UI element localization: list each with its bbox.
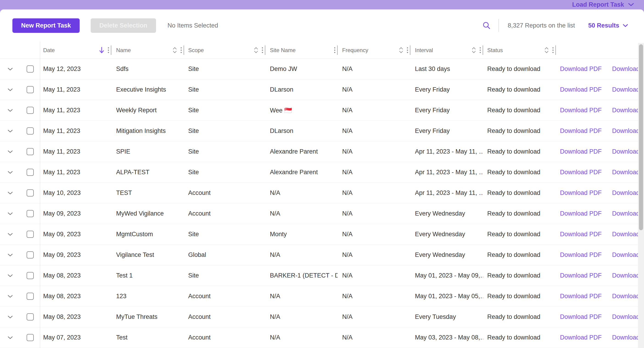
row-checkbox[interactable] <box>26 231 34 238</box>
row-checkbox[interactable] <box>26 293 34 300</box>
sort-button[interactable] <box>398 46 404 54</box>
load-report-task-label: Load Report Task <box>572 1 624 8</box>
column-header-status[interactable]: Status <box>483 42 556 59</box>
cell-name: MgmtCustom <box>111 231 184 238</box>
column-menu-icon[interactable] <box>550 46 556 54</box>
download-second-link[interactable]: Download <box>612 66 638 72</box>
row-checkbox[interactable] <box>26 107 34 114</box>
download-second-link[interactable]: Download <box>612 313 638 320</box>
row-expand-button[interactable] <box>0 295 20 298</box>
sort-button[interactable] <box>470 46 478 54</box>
column-header-date[interactable]: Date <box>40 42 111 59</box>
download-pdf-link[interactable]: Download PDF <box>560 210 602 217</box>
cell-scope: Site <box>184 107 265 114</box>
row-checkbox[interactable] <box>26 169 34 176</box>
download-second-link[interactable]: Download <box>612 128 638 134</box>
table-row: May 08, 2023MyTue ThreatsAccountN/AN/AEv… <box>0 307 644 327</box>
column-menu-icon[interactable] <box>260 46 265 54</box>
row-expand-button[interactable] <box>0 68 20 71</box>
row-expand-button[interactable] <box>0 254 20 257</box>
download-pdf-link[interactable]: Download PDF <box>560 128 602 134</box>
column-menu-icon[interactable] <box>106 46 111 54</box>
column-header-site[interactable]: Site Name <box>265 42 338 59</box>
column-header-interval[interactable]: Interval <box>410 42 483 59</box>
row-expand-button[interactable] <box>0 130 20 133</box>
cell-status: Ready to download <box>483 334 556 341</box>
row-expand-button[interactable] <box>0 192 20 195</box>
row-expand-button[interactable] <box>0 233 20 236</box>
download-second-link[interactable]: Download <box>612 210 638 217</box>
load-report-task-dropdown[interactable]: Load Report Task <box>572 0 634 10</box>
sort-button[interactable] <box>543 46 550 54</box>
table-row: May 07, 2023TestAccountN/AN/AMay 03, 202… <box>0 327 644 348</box>
row-expand-button[interactable] <box>0 150 20 153</box>
column-header-scope[interactable]: Scope <box>184 42 265 59</box>
column-header-name[interactable]: Name <box>111 42 184 59</box>
row-expand-button[interactable] <box>0 336 20 339</box>
download-pdf-link[interactable]: Download PDF <box>560 107 602 114</box>
download-pdf-link[interactable]: Download PDF <box>560 148 602 155</box>
download-second-link[interactable]: Download <box>612 231 638 238</box>
row-checkbox[interactable] <box>26 313 34 320</box>
row-checkbox[interactable] <box>26 334 34 341</box>
row-checkbox[interactable] <box>26 148 34 155</box>
column-menu-icon[interactable] <box>478 46 483 54</box>
download-second-link[interactable]: Download <box>612 169 638 176</box>
cell-interval: Apr 11, 2023 - May 11, … <box>410 169 483 176</box>
download-pdf-link[interactable]: Download PDF <box>560 334 602 341</box>
delete-selection-button[interactable]: Delete Selection <box>91 18 156 33</box>
row-checkbox[interactable] <box>26 272 34 279</box>
sort-button[interactable] <box>171 46 178 54</box>
download-pdf-link[interactable]: Download PDF <box>560 272 602 279</box>
column-menu-icon[interactable] <box>178 46 184 54</box>
cell-interval: May 01, 2023 - May 09,… <box>410 272 483 279</box>
row-expand-button[interactable] <box>0 212 20 215</box>
search-button[interactable] <box>482 21 491 30</box>
sort-desc-icon <box>99 46 104 54</box>
row-checkbox[interactable] <box>26 190 34 196</box>
vertical-scrollbar-thumb[interactable] <box>639 44 643 230</box>
row-checkbox[interactable] <box>26 128 34 134</box>
cell-name: Vigilance Test <box>111 251 184 258</box>
cell-date: May 08, 2023 <box>40 272 111 279</box>
row-checkbox[interactable] <box>26 251 34 258</box>
download-second-link[interactable]: Download <box>612 251 638 258</box>
download-second-link[interactable]: Download <box>612 272 638 279</box>
row-checkbox[interactable] <box>26 86 34 93</box>
results-per-page-dropdown[interactable]: 50 Results <box>588 22 628 29</box>
download-pdf-link[interactable]: Download PDF <box>560 66 602 72</box>
row-checkbox[interactable] <box>26 210 34 217</box>
download-pdf-link[interactable]: Download PDF <box>560 169 602 176</box>
download-pdf-link[interactable]: Download PDF <box>560 86 602 93</box>
download-pdf-link[interactable]: Download PDF <box>560 231 602 238</box>
download-pdf-link[interactable]: Download PDF <box>560 190 602 196</box>
cell-interval: May 01, 2023 - May 05,… <box>410 293 483 300</box>
column-menu-icon[interactable] <box>332 46 338 54</box>
row-expand-button[interactable] <box>0 88 20 91</box>
row-expand-button[interactable] <box>0 274 20 277</box>
download-second-link[interactable]: Download <box>612 148 638 155</box>
download-second-link[interactable]: Download <box>612 190 638 196</box>
download-second-link[interactable]: Download <box>612 334 638 341</box>
download-pdf-link[interactable]: Download PDF <box>560 251 602 258</box>
row-expand-button[interactable] <box>0 109 20 112</box>
expand-chevron-icon <box>8 192 13 195</box>
download-second-link[interactable]: Download <box>612 293 638 300</box>
cell-status: Ready to download <box>483 169 556 176</box>
table-row: May 11, 2023ALPA-TESTSiteAlexandre Paren… <box>0 162 644 183</box>
row-expand-button[interactable] <box>0 316 20 318</box>
row-expand-button[interactable] <box>0 171 20 174</box>
sort-button[interactable] <box>252 46 260 54</box>
download-second-link[interactable]: Download <box>612 107 638 114</box>
column-menu-icon[interactable] <box>404 46 410 54</box>
cell-status: Ready to download <box>483 190 556 196</box>
row-checkbox[interactable] <box>26 66 34 72</box>
download-pdf-link[interactable]: Download PDF <box>560 313 602 320</box>
cell-scope: Site <box>184 148 265 155</box>
sort-button[interactable] <box>98 46 106 54</box>
column-header-frequency[interactable]: Frequency <box>338 42 410 59</box>
download-pdf-link[interactable]: Download PDF <box>560 293 602 300</box>
new-report-task-button[interactable]: New Report Task <box>12 18 80 33</box>
download-second-link[interactable]: Download <box>612 86 638 93</box>
table-header: DateNameScopeSite NameFrequencyIntervalS… <box>0 42 644 59</box>
